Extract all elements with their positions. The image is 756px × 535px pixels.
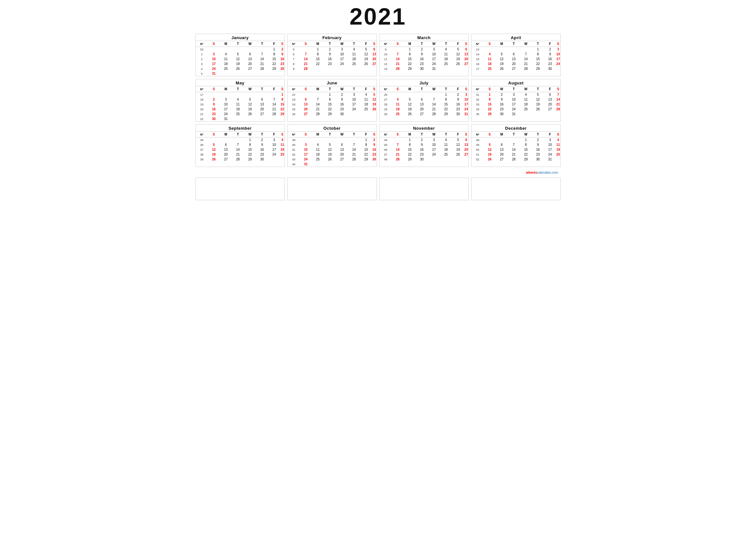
week-number: 7 xyxy=(288,57,300,62)
day-cell xyxy=(336,66,348,71)
day-cell: 25 xyxy=(392,112,404,116)
week-number: 16 xyxy=(472,62,483,66)
day-cell: 27 xyxy=(496,157,508,162)
day-cell: 20 xyxy=(464,57,468,62)
table-row: 32891011121314 xyxy=(472,97,560,102)
day-cell: 7 xyxy=(392,52,404,57)
day-cell: 26 xyxy=(244,112,256,116)
day-cell: 27 xyxy=(416,112,428,116)
table-row: 2627282930 xyxy=(288,112,377,116)
day-cell: 20 xyxy=(496,152,508,157)
day-cell: 28 xyxy=(520,66,532,71)
day-cell: 2 xyxy=(324,47,336,52)
day-cell: 8 xyxy=(520,142,532,147)
day-cell: 25 xyxy=(520,107,532,112)
day-cell xyxy=(280,116,284,121)
day-cell: 29 xyxy=(404,66,416,71)
day-cell: 6 xyxy=(372,47,376,52)
day-cell: 2 xyxy=(532,137,544,143)
col-header-6: F xyxy=(360,86,372,92)
table-row: 2413141516171819 xyxy=(288,102,377,107)
col-header-5: T xyxy=(532,132,544,137)
week-number: 13 xyxy=(472,47,483,52)
col-header-1: S xyxy=(392,132,404,137)
day-cell: 3 xyxy=(556,47,560,52)
col-header-4: W xyxy=(336,41,348,47)
day-cell: 4 xyxy=(348,47,360,52)
day-cell: 11 xyxy=(440,142,452,147)
day-cell: 12 xyxy=(483,147,496,152)
day-cell: 16 xyxy=(496,102,508,107)
day-cell: 20 xyxy=(244,62,256,66)
day-cell: 17 xyxy=(336,57,348,62)
month-october: OctoberNºSMTWTFS391240345678941101112131… xyxy=(287,124,377,167)
day-cell: 18 xyxy=(360,102,372,107)
table-row: 424252627282930 xyxy=(196,66,285,71)
day-cell: 9 xyxy=(208,102,220,107)
day-cell xyxy=(232,116,244,121)
month-title: January xyxy=(196,34,285,41)
day-cell: 28 xyxy=(348,157,360,162)
day-cell: 17 xyxy=(544,147,556,152)
week-number: 9 xyxy=(288,66,300,71)
day-cell: 26 xyxy=(372,107,376,112)
day-cell: 11 xyxy=(483,57,496,62)
day-cell: 27 xyxy=(244,66,256,71)
day-cell: 8 xyxy=(440,97,452,102)
day-cell: 4 xyxy=(312,142,324,147)
day-cell: 21 xyxy=(392,62,404,66)
day-cell: 23 xyxy=(208,112,220,116)
day-cell: 20 xyxy=(416,107,428,112)
day-cell: 15 xyxy=(312,57,324,62)
website-credit: wheniscalendars.com xyxy=(471,169,561,175)
day-cell: 9 xyxy=(372,142,376,147)
day-cell xyxy=(232,47,244,52)
table-row: 2016171819202122 xyxy=(196,107,285,112)
day-cell: 6 xyxy=(544,92,556,98)
col-header-5: T xyxy=(256,132,268,137)
day-cell xyxy=(452,157,464,162)
table-row: 2212345 xyxy=(288,92,377,98)
day-cell xyxy=(556,157,560,162)
col-header-3: T xyxy=(416,86,428,92)
day-cell: 7 xyxy=(520,52,532,57)
day-cell: 19 xyxy=(232,62,244,66)
day-cell: 17 xyxy=(348,102,360,107)
week-number: 19 xyxy=(196,102,208,107)
day-cell xyxy=(348,162,360,167)
day-cell: 19 xyxy=(324,152,336,157)
week-number: 32 xyxy=(472,97,483,102)
week-number: 37 xyxy=(196,147,208,152)
day-cell: 25 xyxy=(280,152,284,157)
col-header-0: Nº xyxy=(380,86,392,92)
month-title: July xyxy=(380,79,469,86)
day-cell: 17 xyxy=(428,147,440,152)
day-cell: 23 xyxy=(416,62,428,66)
col-header-3: T xyxy=(416,41,428,47)
col-header-3: T xyxy=(508,86,520,92)
day-cell: 1 xyxy=(324,92,336,98)
day-cell: 15 xyxy=(440,102,452,107)
day-cell: 13 xyxy=(220,147,232,152)
day-cell: 11 xyxy=(312,147,324,152)
month-november: NovemberNºSMTWTFS44123456457891011121346… xyxy=(379,124,469,167)
col-header-7: S xyxy=(280,41,284,47)
day-cell: 29 xyxy=(404,157,416,162)
week-number: 40 xyxy=(288,142,300,147)
bottom-boxes xyxy=(196,178,561,200)
table-row: 36567891011 xyxy=(196,142,285,147)
day-cell xyxy=(428,92,440,98)
day-cell: 6 xyxy=(496,142,508,147)
day-cell: 2 xyxy=(416,47,428,52)
table-row: 210111213141516 xyxy=(196,57,285,62)
day-cell: 19 xyxy=(532,102,544,107)
col-header-5: T xyxy=(532,86,544,92)
week-number: 30 xyxy=(380,112,392,116)
day-cell: 12 xyxy=(452,52,464,57)
col-header-7: S xyxy=(372,86,376,92)
day-cell: 23 xyxy=(336,107,348,112)
day-cell: 27 xyxy=(544,107,556,112)
col-header-5: T xyxy=(348,132,360,137)
week-number: 49 xyxy=(472,142,483,147)
day-cell: 1 xyxy=(520,137,532,143)
